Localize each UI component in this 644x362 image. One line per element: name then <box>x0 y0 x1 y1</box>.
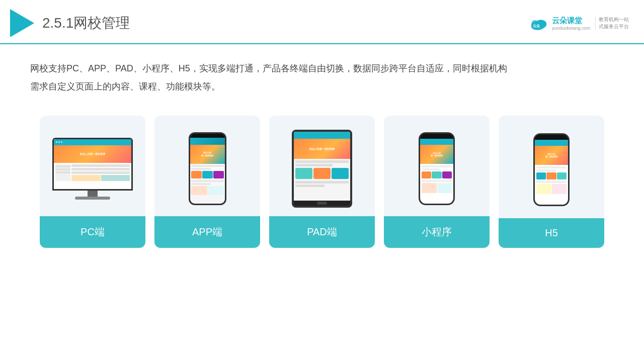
brand-name: 云朵课堂 <box>552 16 590 26</box>
tablet-mockup: 职达人的第一堂职涯课 <box>292 130 352 208</box>
header: 2.5.1网校管理 云朵 云朵课堂 yunduoketang.com 教育机构一… <box>0 0 644 44</box>
card-pad-image: 职达人的第一堂职涯课 <box>269 116 375 216</box>
logo-triangle-icon <box>10 9 34 37</box>
brand-name-text: 云朵课堂 yunduoketang.com <box>552 16 590 31</box>
card-pad-label: PAD端 <box>269 216 375 248</box>
desktop-screen: 职达人的第一堂职涯课 <box>52 138 133 191</box>
header-left: 2.5.1网校管理 <box>10 9 130 37</box>
brand-url: yunduoketang.com <box>552 26 590 31</box>
svg-text:云朵: 云朵 <box>533 24 540 28</box>
description-line2: 需求自定义页面上的内容、课程、功能模块等。 <box>30 77 614 96</box>
description-line1: 网校支持PC、APP、PAD、小程序、H5，实现多端打通，产品各终端自由切换，数… <box>30 59 614 77</box>
brand-logo-area: 云朵 云朵课堂 yunduoketang.com 教育机构一站式服务云平台 <box>529 16 629 31</box>
card-h5: 职达人的第一堂职涯课 <box>499 116 604 248</box>
title-main: 网校管理 <box>73 15 130 31</box>
mini-phone-h5-mockup: 职达人的第一堂职涯课 <box>533 133 570 206</box>
title-prefix: 2.5.1 <box>42 15 73 31</box>
card-miniprogram-image: 职达人的第一堂职涯课 <box>384 116 490 216</box>
card-app: 职达人的第一堂职涯课 <box>154 116 260 248</box>
mini-phone-miniprogram-mockup: 职达人的第一堂职涯课 <box>419 132 455 205</box>
page-title: 2.5.1网校管理 <box>42 14 130 33</box>
card-miniprogram: 职达人的第一堂职涯课 <box>384 116 490 248</box>
desktop-mockup: 职达人的第一堂职涯课 <box>52 138 133 200</box>
cloud-icon: 云朵 <box>529 16 549 30</box>
phone-app-mockup: 职达人的第一堂职涯课 <box>189 132 226 205</box>
card-pc-label: PC端 <box>40 216 145 248</box>
card-pc: 职达人的第一堂职涯课 <box>40 116 145 248</box>
cards-container: 职达人的第一堂职涯课 <box>0 106 644 263</box>
brand-logo: 云朵 云朵课堂 yunduoketang.com 教育机构一站式服务云平台 <box>529 16 629 31</box>
card-pc-image: 职达人的第一堂职涯课 <box>40 116 145 216</box>
description-text: 网校支持PC、APP、PAD、小程序、H5，实现多端打通，产品各终端自由切换，数… <box>0 44 644 106</box>
card-h5-image: 职达人的第一堂职涯课 <box>499 116 604 218</box>
card-miniprogram-label: 小程序 <box>384 216 490 248</box>
card-pad: 职达人的第一堂职涯课 <box>269 116 375 248</box>
card-app-label: APP端 <box>154 216 260 248</box>
card-h5-label: H5 <box>499 218 604 248</box>
brand-subtitle: 教育机构一站式服务云平台 <box>595 16 629 30</box>
card-app-image: 职达人的第一堂职涯课 <box>154 116 260 216</box>
